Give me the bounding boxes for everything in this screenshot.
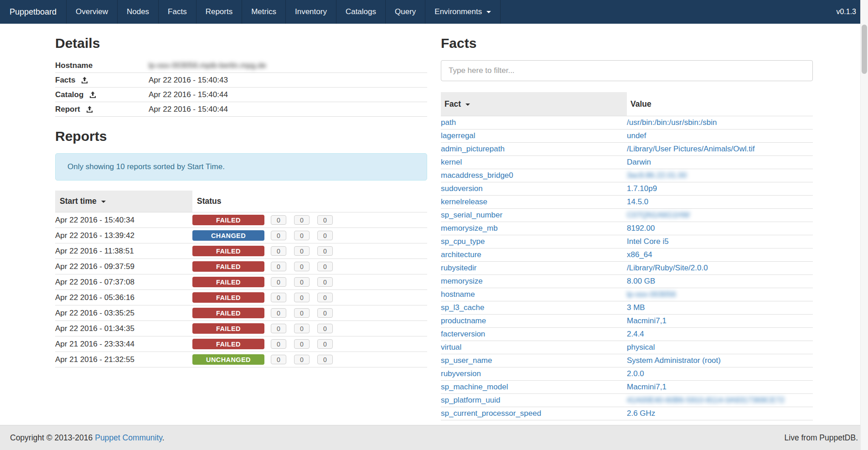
fact-link[interactable]: sp_l3_cache — [441, 303, 484, 312]
report-start-time: Apr 22 2016 - 03:35:25 — [55, 305, 192, 321]
status-badge: FAILED — [192, 277, 264, 287]
report-row: Apr 22 2016 - 13:39:42CHANGED000 — [55, 228, 427, 243]
count-pill: 0 — [294, 293, 310, 302]
fact-link[interactable]: virtual — [441, 343, 461, 352]
fact-name-cell: sp_machine_model — [441, 381, 627, 394]
report-count-cell: 0 — [271, 274, 294, 290]
fact-link[interactable]: macaddress_bridge0 — [441, 171, 513, 180]
fact-link[interactable]: hostname — [441, 290, 475, 299]
upload-icon[interactable] — [89, 91, 96, 98]
facts-header-fact[interactable]: Fact — [441, 92, 627, 116]
sort-desc-icon — [101, 201, 106, 203]
reports-header-start-time[interactable]: Start time — [55, 191, 192, 212]
fact-link[interactable]: kernel — [441, 158, 462, 166]
fact-value-cell: C07QN1A6G1HW — [627, 209, 813, 222]
report-status-cell: FAILED — [192, 212, 271, 228]
count-pill: 0 — [294, 355, 310, 364]
fact-link[interactable]: productname — [441, 316, 486, 325]
fact-name-cell: hostname — [441, 288, 627, 301]
fact-link[interactable]: sp_platform_uuid — [441, 396, 500, 404]
count-pill: 0 — [271, 355, 286, 364]
fact-link[interactable]: sp_current_processor_speed — [441, 409, 541, 418]
report-row: Apr 22 2016 - 03:35:25FAILED000 — [55, 305, 427, 321]
fact-name-cell: sudoversion — [441, 182, 627, 196]
count-pill: 0 — [271, 215, 286, 225]
fact-link[interactable]: sp_serial_number — [441, 211, 502, 219]
nav-item-metrics[interactable]: Metrics — [242, 0, 286, 24]
fact-value-cell: 41A00E40-60B6-5910-8114-0A9317369CE72 — [627, 394, 813, 407]
fact-value-cell: Macmini7,1 — [627, 315, 813, 328]
fact-name-cell: productname — [441, 315, 627, 328]
fact-name-cell: rubyversion — [441, 367, 627, 381]
brand-link[interactable]: Puppetboard — [0, 0, 67, 24]
fact-value-cell: undef — [627, 129, 813, 143]
reports-table-body: Apr 22 2016 - 15:40:34FAILED000Apr 22 20… — [55, 212, 427, 367]
facts-filter-input[interactable] — [441, 60, 813, 81]
report-status-cell: FAILED — [192, 321, 271, 336]
report-count-cell: 0 — [294, 228, 317, 243]
fact-name-cell: virtual — [441, 341, 627, 354]
details-row: CatalogApr 22 2016 - 15:40:44 — [55, 88, 427, 102]
nav-item-catalogs[interactable]: Catalogs — [336, 0, 386, 24]
fact-name-cell: sp_cpu_type — [441, 235, 627, 248]
nav-item-inventory[interactable]: Inventory — [286, 0, 336, 24]
fact-link[interactable]: rubyversion — [441, 369, 481, 378]
caret-down-icon — [486, 11, 491, 13]
fact-link[interactable]: memorysize — [441, 277, 483, 285]
details-table: Hostnamelp-osx-003056.mpib-berlin.mpg.de… — [55, 58, 427, 117]
count-pill: 0 — [317, 339, 333, 349]
count-pill: 0 — [271, 262, 286, 271]
reports-title: Reports — [55, 129, 427, 144]
puppet-community-link[interactable]: Puppet Community — [95, 433, 162, 442]
fact-link[interactable]: admin_picturepath — [441, 145, 505, 153]
facts-header-fact-label: Fact — [444, 99, 461, 109]
fact-link[interactable]: sp_machine_model — [441, 383, 508, 391]
nav-item-reports[interactable]: Reports — [196, 0, 243, 24]
report-count-cell: 0 — [294, 259, 317, 274]
report-row-filler — [341, 321, 427, 336]
report-status-cell: FAILED — [192, 274, 271, 290]
fact-link[interactable]: kernelrelease — [441, 197, 487, 206]
count-pill: 0 — [317, 293, 333, 302]
fact-value-cell: physical — [627, 341, 813, 354]
main-content: Details Hostnamelp-osx-003056.mpib-berli… — [0, 24, 868, 420]
report-count-cell: 0 — [271, 352, 294, 367]
facts-table-body: path/usr/bin:/bin:/usr/sbin:/sbinlagerre… — [441, 116, 813, 420]
report-start-time: Apr 22 2016 - 11:38:51 — [55, 243, 192, 259]
count-pill: 0 — [317, 277, 333, 287]
fact-link[interactable]: path — [441, 118, 456, 127]
fact-link[interactable]: memorysize_mb — [441, 224, 498, 233]
nav-item-query[interactable]: Query — [386, 0, 425, 24]
report-start-time: Apr 21 2016 - 21:32:55 — [55, 352, 192, 367]
facts-column: Facts Fact Value path/usr/bin:/bin:/usr/… — [441, 24, 813, 420]
upload-icon[interactable] — [86, 106, 93, 113]
status-badge: FAILED — [192, 323, 264, 334]
fact-row: facterversion2.4.4 — [441, 328, 813, 341]
fact-link[interactable]: facterversion — [441, 330, 485, 338]
fact-link[interactable]: lagerregal — [441, 131, 475, 140]
copyright-text: Copyright © 2013-2016 — [10, 433, 93, 442]
fact-row: sp_cpu_typeIntel Core i5 — [441, 235, 813, 248]
scrollbar-thumb[interactable] — [862, 25, 867, 74]
report-status-cell: UNCHANGED — [192, 352, 271, 367]
nav-item-facts[interactable]: Facts — [159, 0, 196, 24]
nav-item-overview[interactable]: Overview — [67, 0, 118, 24]
fact-name-cell: kernel — [441, 156, 627, 169]
fact-link[interactable]: rubysitedir — [441, 264, 476, 272]
report-row-filler — [341, 290, 427, 305]
upload-icon[interactable] — [81, 77, 88, 84]
report-start-time: Apr 22 2016 - 07:37:08 — [55, 274, 192, 290]
nav-item-nodes[interactable]: Nodes — [118, 0, 159, 24]
nav-environments-dropdown[interactable]: Environments — [425, 0, 501, 24]
fact-value-cell: 3 MB — [627, 301, 813, 315]
fact-link[interactable]: sudoversion — [441, 184, 483, 193]
details-label-text: Hostname — [55, 61, 93, 70]
fact-name-cell: facterversion — [441, 328, 627, 341]
fact-link[interactable]: sp_user_name — [441, 356, 492, 365]
scrollbar-track[interactable] — [860, 0, 868, 450]
status-badge: FAILED — [192, 215, 264, 225]
report-row-filler — [341, 259, 427, 274]
fact-link[interactable]: architecture — [441, 250, 481, 259]
fact-link[interactable]: sp_cpu_type — [441, 237, 485, 246]
fact-name-cell: macaddress_bridge0 — [441, 169, 627, 182]
